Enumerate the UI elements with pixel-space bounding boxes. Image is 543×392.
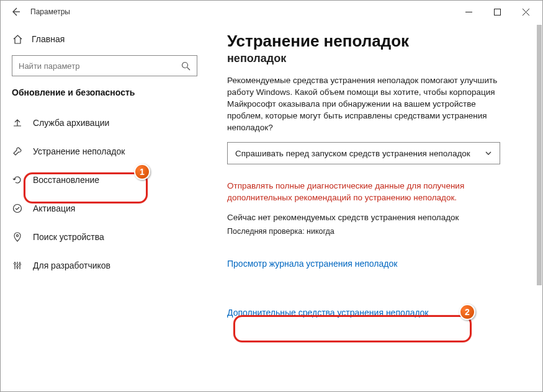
additional-troubleshooters-link[interactable]: Дополнительные средства устранения непол… <box>227 308 429 318</box>
check-circle-icon <box>12 203 23 214</box>
last-check-label: Последняя проверка: <box>227 227 305 236</box>
page-description: Рекомендуемые средства устранения непола… <box>227 75 500 133</box>
chevron-down-icon <box>485 149 492 157</box>
svg-point-4 <box>182 62 188 68</box>
scrollbar-track[interactable] <box>534 22 543 392</box>
close-icon <box>523 9 529 16</box>
no-recommended-text: Сейчас нет рекомендуемых средств устране… <box>227 213 524 222</box>
svg-rect-1 <box>494 9 500 15</box>
sidebar-item-find-device[interactable]: Поиск устройства <box>1 223 209 251</box>
svg-point-13 <box>19 264 21 265</box>
titlebar: Параметры <box>1 1 542 23</box>
sidebar: Главная Обновление и безопасность Служба… <box>1 23 209 391</box>
sidebar-item-label: Активация <box>33 203 75 213</box>
sliders-icon <box>12 260 23 271</box>
sidebar-item-developers[interactable]: Для разработчиков <box>1 251 209 280</box>
sidebar-item-label: Устранение неполадок <box>33 146 125 156</box>
last-check-value: никогда <box>307 227 334 236</box>
recovery-icon <box>12 174 23 185</box>
svg-line-5 <box>187 67 191 70</box>
sidebar-home[interactable]: Главная <box>1 27 209 51</box>
last-check: Последняя проверка: никогда <box>227 227 524 236</box>
main-content: Устранение неполадок неполадок Рекоменду… <box>209 23 542 391</box>
page-subtitle: неполадок <box>227 52 524 65</box>
back-button[interactable] <box>3 1 28 23</box>
maximize-icon <box>494 9 501 16</box>
sidebar-item-label: Поиск устройства <box>33 232 104 242</box>
svg-point-6 <box>14 205 22 213</box>
sidebar-item-recovery[interactable]: Восстановление <box>1 166 209 194</box>
wrench-icon <box>12 146 23 157</box>
troubleshoot-frequency-dropdown[interactable]: Спрашивать перед запуском средств устран… <box>227 142 500 164</box>
sidebar-nav-list: Служба архивации Устранение неполадок Во… <box>1 109 209 280</box>
close-button[interactable] <box>511 1 540 23</box>
annotation-marker-2: 2 <box>459 304 475 320</box>
minimize-button[interactable] <box>454 1 483 23</box>
dropdown-value: Спрашивать перед запуском средств устран… <box>235 149 485 158</box>
sidebar-item-label: Для разработчиков <box>33 261 110 270</box>
sidebar-item-backup[interactable]: Служба архивации <box>1 109 209 137</box>
upload-icon <box>12 117 23 128</box>
sidebar-item-activation[interactable]: Активация <box>1 194 209 223</box>
diagnostic-data-link[interactable]: Отправлять полные диагностические данные… <box>227 180 500 204</box>
sidebar-section-title: Обновление и безопасность <box>1 85 209 109</box>
svg-point-11 <box>14 263 16 265</box>
svg-point-12 <box>17 266 19 268</box>
location-icon <box>12 231 23 243</box>
settings-window: Параметры Главная Обновление и безопасно… <box>0 0 543 392</box>
annotation-marker-1: 1 <box>134 164 150 180</box>
search-input[interactable] <box>19 61 181 71</box>
sidebar-item-label: Восстановление <box>33 175 99 185</box>
sidebar-item-label: Служба архивации <box>33 118 109 128</box>
window-controls <box>454 1 540 23</box>
arrow-left-icon <box>11 7 20 17</box>
maximize-button[interactable] <box>483 1 511 23</box>
window-title: Параметры <box>30 7 70 16</box>
home-icon <box>12 33 23 45</box>
history-link[interactable]: Просмотр журнала устранения неполадок <box>227 259 397 269</box>
search-icon <box>181 61 191 71</box>
sidebar-home-label: Главная <box>32 34 65 44</box>
sidebar-item-troubleshoot[interactable]: Устранение неполадок <box>1 137 209 166</box>
search-wrap <box>12 55 197 76</box>
body-area: Главная Обновление и безопасность Служба… <box>1 23 542 391</box>
svg-point-7 <box>16 234 18 236</box>
scrollbar-thumb[interactable] <box>537 25 542 285</box>
search-box[interactable] <box>12 55 197 76</box>
minimize-icon <box>465 9 472 16</box>
page-title: Устранение неполадок <box>227 32 524 51</box>
